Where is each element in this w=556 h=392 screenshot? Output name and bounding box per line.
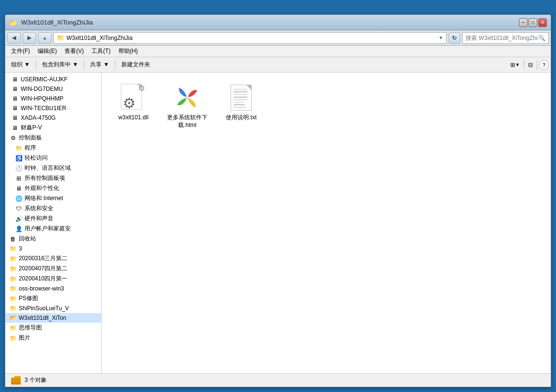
sidebar-item-recycle[interactable]: 🗑 回收站 (5, 234, 101, 244)
title-bar: 📁 W3xlt101dll_XiTongZhiJia ─ □ ✕ (5, 15, 551, 30)
control-icon: ⚙ (9, 134, 17, 142)
folder-icon-25: 📁 (9, 324, 17, 332)
sidebar-item-allpanels[interactable]: ⊞ 所有控制面板项 (5, 173, 101, 183)
computer-icon-5: 🖥 (11, 124, 19, 132)
status-folder-icon (11, 376, 21, 385)
sidebar-item-folder-shipin[interactable]: 📁 ShiPinSuoLueTu_V (5, 303, 101, 313)
toolbar-separator-1 (36, 60, 36, 70)
view-toggle-button[interactable]: ⊞ ▼ (508, 60, 522, 70)
computer-icon-4: 🖥 (11, 114, 19, 122)
menu-file[interactable]: 文件(F) (7, 46, 34, 56)
view-icon: ⊞ (510, 62, 515, 68)
sidebar-item-programs[interactable]: 📁 程序 (5, 143, 101, 153)
menu-edit[interactable]: 编辑(E) (34, 46, 61, 56)
sidebar-item-win-tec[interactable]: 🖥 WIN-TECBU1IER (5, 103, 101, 113)
title-bar-left: 📁 W3xlt101dll_XiTongZhiJia (9, 19, 519, 26)
sidebar-label-26: 图片 (19, 334, 30, 342)
sidebar-item-network[interactable]: 🌐 网络和 Internet (5, 193, 101, 203)
menu-help[interactable]: 帮助(H) (115, 46, 142, 56)
sidebar-item-folder-oss[interactable]: 📁 oss-browser-win3 (5, 284, 101, 293)
sidebar-item-usermic[interactable]: 🖥 USERMIC-AUJKF (5, 75, 101, 84)
back-button[interactable]: ◀ (7, 32, 21, 44)
dll-file-icon: ⚙ ⚙ (119, 83, 148, 112)
sidebar-item-hardware[interactable]: 🔊 硬件和声音 (5, 214, 101, 224)
folder-icon-21: 📁 (9, 285, 17, 292)
forward-button[interactable]: ▶ (23, 32, 36, 44)
sidebar-item-clock[interactable]: 🕐 时钟、语言和区域 (5, 163, 101, 173)
pane-toggle-button[interactable]: ⊟ (526, 60, 535, 70)
sidebar-item-xada[interactable]: 🖥 XADA-4750G (5, 113, 101, 123)
files-grid: ⚙ ⚙ w3xlt101.dll (109, 80, 543, 132)
sidebar-label-5: 财鑫P-V (21, 124, 42, 132)
sidebar-item-user-accounts[interactable]: 👤 用户帐户和家庭安 (5, 224, 101, 234)
grid-icon: ⊞ (15, 175, 23, 182)
window-title: W3xlt101dll_XiTongZhiJia (21, 19, 93, 26)
menu-view[interactable]: 查看(V) (61, 46, 88, 56)
sidebar-item-folder-ps[interactable]: 📁 PS修图 (5, 293, 101, 303)
search-bar: 🔍 (462, 32, 549, 44)
address-dropdown-arrow[interactable]: ▼ (439, 35, 443, 40)
share-button[interactable]: 共享 ▼ (86, 59, 113, 70)
address-input[interactable] (66, 35, 437, 41)
organize-button[interactable]: 组织 ▼ (7, 59, 34, 70)
computer-icon-2: 🖥 (11, 95, 19, 102)
include-library-button[interactable]: 包含到库中 ▼ (38, 59, 82, 70)
sidebar-item-folder-3[interactable]: 📁 3 (5, 244, 101, 253)
sidebar-label-11: 外观和个性化 (25, 184, 59, 192)
refresh-button[interactable]: ↻ (449, 32, 460, 44)
address-bar: ◀ ▶ ▲ 📁 ▼ ↻ 🔍 (5, 30, 551, 46)
main-pane: ⚙ ⚙ w3xlt101.dll (102, 73, 551, 373)
minimize-button[interactable]: ─ (519, 18, 528, 27)
sidebar-item-security[interactable]: 🛡 系统和安全 (5, 203, 101, 214)
sidebar-item-folder-mindmap[interactable]: 📁 思维导图 (5, 323, 101, 333)
sidebar-label-22: PS修图 (19, 294, 38, 303)
txt-file-icon (227, 83, 256, 112)
new-folder-button[interactable]: 新建文件夹 (117, 59, 154, 70)
sidebar-label-0: USERMIC-AUJKF (21, 76, 67, 83)
sidebar-item-folder-april2[interactable]: 📁 20200407四月第二 (5, 264, 101, 274)
sidebar-label-7: 程序 (25, 144, 36, 152)
close-button[interactable]: ✕ (538, 18, 547, 27)
computer-icon-3: 🖥 (11, 104, 19, 112)
sidebar-item-folder-march[interactable]: 📁 20200316三月第二 (5, 253, 101, 264)
menu-tools[interactable]: 工具(T) (88, 46, 114, 56)
html-file-name: 更多系统软件下载.html (166, 114, 208, 129)
sidebar-item-folder-april1[interactable]: 📁 20200410四月第一 (5, 274, 101, 284)
sidebar-item-win-hpq[interactable]: 🖥 WIN-HPQHHMP (5, 94, 101, 103)
html-file-icon (173, 83, 202, 112)
shield-icon: 🛡 (15, 205, 23, 213)
sidebar-label-15: 用户帐户和家庭安 (25, 225, 71, 233)
up-button[interactable]: ▲ (38, 32, 52, 44)
sidebar-label-10: 所有控制面板项 (25, 174, 65, 182)
sound-icon: 🔊 (15, 215, 23, 223)
sidebar-item-folder-pictures[interactable]: 📁 图片 (5, 333, 101, 343)
pinwheel-svg (173, 84, 201, 112)
view-dropdown-arrow[interactable]: ▼ (515, 62, 520, 67)
file-item-dll[interactable]: ⚙ ⚙ w3xlt101.dll (109, 80, 157, 132)
search-input[interactable] (465, 35, 538, 41)
window-controls: ─ □ ✕ (519, 18, 547, 27)
sidebar-label-3: WIN-TECBU1IER (21, 105, 66, 112)
help-button[interactable]: ? (539, 60, 549, 70)
search-icon[interactable]: 🔍 (538, 35, 545, 41)
folder-icon-17: 📁 (9, 245, 17, 253)
toolbar-separator-3 (115, 60, 116, 70)
sidebar-item-controlpanel[interactable]: ⚙ 控制面板 (5, 133, 101, 143)
maximize-button[interactable]: □ (529, 18, 537, 27)
sidebar-item-folder-w3xlt[interactable]: 📂 W3xlt101dll_XiTon (5, 313, 101, 323)
sidebar-item-ease[interactable]: ♿ 轻松访问 (5, 153, 101, 163)
computer-icon-0: 🖥 (11, 76, 19, 83)
sidebar-label-2: WIN-HPQHHMP (21, 95, 64, 102)
sidebar-item-appearance[interactable]: 🖥 外观和个性化 (5, 183, 101, 193)
sidebar-label-4: XADA-4750G (21, 114, 56, 121)
sidebar-label-24: W3xlt101dll_XiTon (19, 315, 66, 321)
sidebar-item-caixin[interactable]: 🖥 财鑫P-V (5, 123, 101, 133)
txt-file-name: 使用说明.txt (226, 114, 257, 122)
sidebar-label-21: oss-browser-win3 (19, 285, 64, 292)
folder-icon-7: 📁 (15, 144, 23, 152)
file-item-html[interactable]: 更多系统软件下载.html (163, 80, 211, 132)
sidebar-label-8: 轻松访问 (25, 154, 48, 162)
file-item-txt[interactable]: 使用说明.txt (217, 80, 265, 132)
toolbar-separator-5 (537, 60, 537, 70)
sidebar-item-win-dg7[interactable]: 🖥 WIN-DG7DEMU (5, 84, 101, 94)
